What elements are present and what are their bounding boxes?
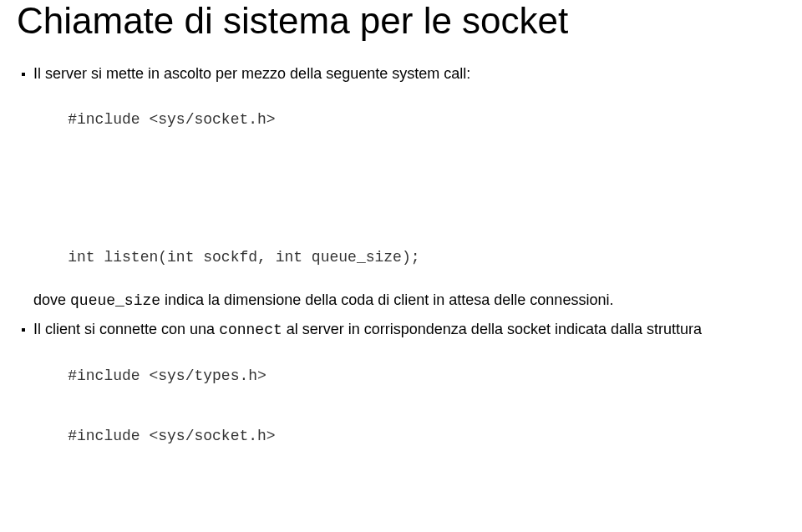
code-block-connect: #include <sys/types.h> #include <sys/soc… (32, 345, 785, 532)
bullet-connect: Il client si connette con una connect al… (22, 319, 785, 340)
bullet-text: Il server si mette in ascolto per mezzo … (33, 63, 470, 84)
bullet-listen: Il server si mette in ascolto per mezzo … (22, 63, 785, 84)
bullet-icon (22, 328, 25, 332)
bullet-text: dove queue_size indica la dimensione del… (33, 290, 613, 311)
code-block-listen: #include <sys/socket.h> int listen(int s… (32, 89, 785, 287)
code-line: #include <sys/types.h> (68, 367, 266, 384)
code-line: #include <sys/socket.h> (68, 428, 275, 444)
bullet-listen-cont: dove queue_size indica la dimensione del… (22, 290, 785, 311)
code-line: int listen(int sockfd, int queue_size); (68, 249, 419, 266)
document-page: Chiamate di sistema per le socket Il ser… (0, 0, 802, 532)
page-title: Chiamate di sistema per le socket (17, 0, 785, 42)
bullet-icon (22, 73, 25, 76)
bullet-text: Il client si connette con una connect al… (33, 319, 702, 340)
code-line: #include <sys/socket.h> (68, 111, 275, 128)
